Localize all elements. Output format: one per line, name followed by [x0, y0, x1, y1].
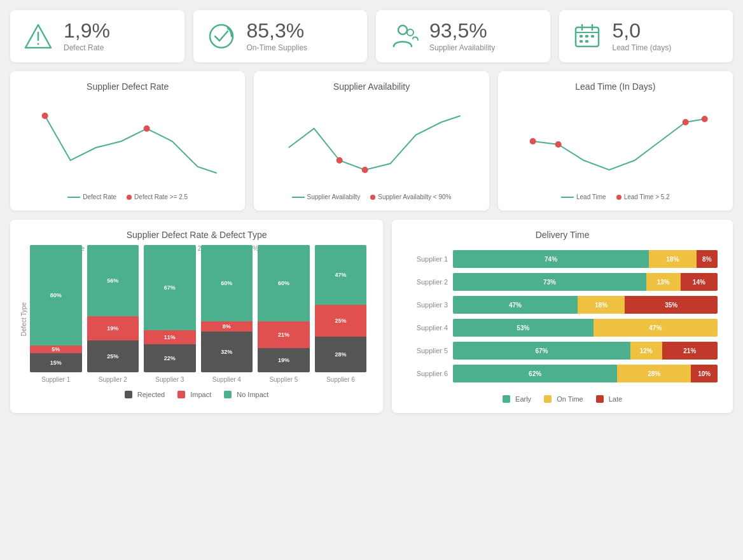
bar-s6-rejected: 28% [315, 337, 367, 372]
bar-supplier-4: 32% 8% 60% Supplier 4 [201, 245, 253, 383]
bar-s2-noimpact: 56% [87, 245, 139, 316]
rejected-label: Rejected [137, 391, 165, 398]
kpi-lead-time-text: 5,0 Lead Time (days) [613, 20, 672, 52]
bar-supplier-3: 22% 11% 67% Supplier 3 [144, 245, 196, 383]
kpi-lead-time-label: Lead Time (days) [613, 43, 672, 52]
svg-point-21 [682, 119, 688, 125]
defect-rate-legend: Defect Rate Defect Rate >= 2.5 [20, 193, 235, 200]
svg-rect-13 [580, 40, 583, 43]
bar-s4-impact: 8% [201, 321, 253, 332]
on-time-label: On Time [557, 395, 583, 403]
delivery-s5-late: 21% [662, 342, 718, 360]
bar-s3-label: Supplier 3 [155, 376, 184, 383]
legend-availability-dot: Supplier Availabilty < 90% [370, 193, 451, 200]
legend-defect-rate-line-label: Defect Rate [83, 193, 116, 200]
delivery-s3-early: 47% [453, 296, 577, 314]
svg-rect-10 [580, 35, 583, 38]
delivery-s6-bar: 62% 28% 10% [453, 365, 718, 382]
bar-s6-label: Supplier 6 [326, 376, 355, 383]
legend-availability-line-label: Supplier Availabilty [307, 193, 361, 200]
delivery-s1-early: 74% [453, 250, 649, 268]
legend-rejected: Rejected [125, 391, 165, 398]
svg-rect-11 [585, 35, 588, 38]
delivery-s4-early: 53% [453, 319, 593, 337]
delivery-s6-early: 62% [453, 365, 617, 382]
bar-s1-label: Supplier 1 [41, 376, 70, 383]
kpi-availability-value: 93,5% [429, 20, 495, 41]
kpi-card-on-time: 85,3% On-Time Supplies [193, 10, 368, 62]
availability-line-symbol [292, 197, 305, 198]
bar-supplier-5: 19% 21% 60% Supplier 5 [258, 245, 310, 383]
legend-defect-rate-dot: Defect Rate >= 2.5 [127, 193, 188, 200]
delivery-time-chart: Delivery Time Supplier 1 74% 18% 8% Supp… [392, 220, 733, 413]
legend-defect-rate-dot-label: Defect Rate >= 2.5 [134, 193, 188, 200]
bottom-row: Supplier Defect Rate & Defect Type Defec… [10, 220, 733, 413]
delivery-row-s6: Supplier 6 62% 28% 10% [407, 365, 718, 382]
defect-rate-line-chart: Supplier Defect Rate Defect Rate Defect … [10, 71, 245, 211]
delivery-s1-ontime: 18% [649, 250, 697, 268]
svg-point-19 [529, 138, 536, 144]
bar-s4-label: Supplier 4 [212, 376, 241, 383]
defect-type-chart: Supplier Defect Rate & Defect Type Defec… [10, 220, 383, 413]
delivery-legend: Early On Time Late [402, 395, 723, 403]
delivery-s6-label: Supplier 6 [407, 370, 448, 377]
kpi-row: 1,9% Defect Rate 85,3% On-Time Supplies [10, 10, 733, 62]
svg-point-16 [144, 125, 150, 132]
lead-time-line-chart: Lead Time (In Days) Lead Time Lead Time … [498, 71, 733, 211]
delivery-time-chart-title: Delivery Time [402, 230, 723, 240]
kpi-on-time-value: 85,3% [247, 20, 308, 41]
delivery-s4-bar: 53% 47% [453, 319, 718, 337]
late-box [596, 395, 604, 403]
delivery-s3-ontime: 18% [578, 296, 625, 314]
check-circle-icon [206, 21, 237, 52]
bar-supplier-2: 25% 19% 56% Supplier 2 [87, 245, 139, 383]
y-axis-label: Defect Type [20, 302, 27, 336]
kpi-defect-rate-text: 1,9% Defect Rate [64, 20, 110, 52]
kpi-card-availability: 93,5% Supplier Availability [376, 10, 550, 62]
legend-defect-rate-line: Defect Rate [67, 193, 116, 200]
person-icon [389, 21, 419, 52]
svg-point-17 [337, 157, 343, 164]
delivery-s1-label: Supplier 1 [407, 255, 448, 263]
bar-s1-impact: 5% [30, 346, 82, 353]
delivery-s2-label: Supplier 2 [407, 278, 448, 286]
legend-impact: Impact [177, 391, 211, 398]
bar-s4-noimpact: 60% [201, 245, 253, 321]
delivery-s3-label: Supplier 3 [407, 301, 448, 309]
delivery-s1-late: 8% [697, 250, 718, 268]
legend-lead-time-dot-label: Lead Time > 5.2 [624, 193, 670, 200]
bar-s1-rejected: 15% [30, 353, 82, 372]
impact-box [177, 391, 185, 398]
svg-point-4 [398, 25, 407, 34]
legend-lead-time-line: Lead Time [561, 193, 606, 200]
on-time-box [544, 395, 552, 403]
bar-supplier-1: 15% 5% 80% Supplier 1 [30, 245, 82, 383]
lead-time-dot-symbol [616, 195, 621, 200]
bar-s3-noimpact: 67% [144, 245, 196, 330]
kpi-card-lead-time: 5,0 Lead Time (days) [559, 10, 733, 62]
delivery-s4-ontime: 47% [594, 319, 718, 337]
delivery-s2-ontime: 13% [646, 273, 681, 291]
delivery-s4-label: Supplier 4 [407, 324, 448, 332]
legend-late: Late [596, 395, 622, 403]
legend-lead-time-dot: Lead Time > 5.2 [616, 193, 670, 200]
late-label: Late [609, 395, 622, 403]
delivery-s5-bar: 67% 12% 21% [453, 342, 718, 360]
availability-chart-title: Supplier Availability [264, 81, 478, 92]
svg-point-20 [555, 141, 561, 148]
bar-s1-noimpact: 80% [30, 245, 82, 346]
line-charts-row: Supplier Defect Rate Defect Rate Defect … [10, 71, 733, 211]
kpi-on-time-text: 85,3% On-Time Supplies [247, 20, 308, 52]
early-label: Early [515, 395, 531, 403]
svg-rect-12 [591, 35, 594, 38]
svg-point-18 [362, 167, 368, 173]
svg-point-22 [701, 116, 707, 122]
bar-s4-rejected: 32% [201, 332, 253, 372]
svg-point-2 [38, 43, 39, 45]
lead-time-chart-title: Lead Time (In Days) [508, 81, 723, 92]
legend-availability-line: Supplier Availabilty [292, 193, 361, 200]
bar-supplier-6: 28% 25% 47% Supplier 6 [315, 245, 367, 383]
early-box [503, 395, 510, 403]
delivery-s5-early: 67% [453, 342, 630, 360]
kpi-defect-rate-label: Defect Rate [64, 43, 110, 52]
